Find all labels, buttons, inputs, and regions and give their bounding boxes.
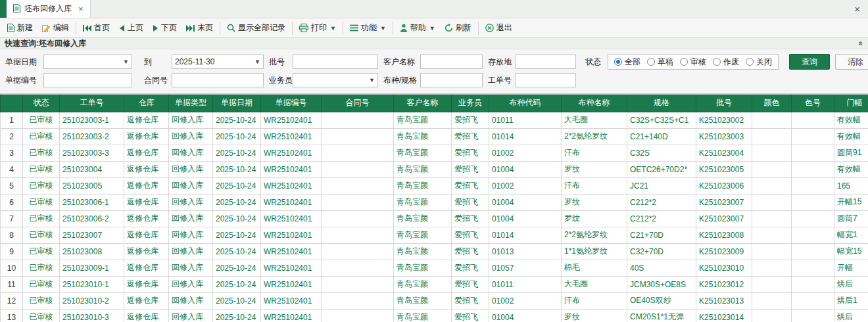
date-from-combo[interactable]: ▼ (43, 55, 132, 69)
new-button[interactable]: 新建 (3, 20, 37, 35)
column-header[interactable]: 业务员 (452, 95, 489, 112)
location-input[interactable] (516, 55, 576, 69)
column-header[interactable]: 门幅 (834, 95, 868, 112)
status-radio-审核[interactable]: 审核 (680, 57, 706, 68)
cell: 返修仓库 (124, 243, 169, 260)
fabric-spec-label: 布种/规格 (378, 75, 420, 86)
contract-input[interactable] (172, 73, 264, 87)
docno-input[interactable] (43, 73, 132, 87)
customer-input[interactable] (420, 55, 483, 69)
first-page-button[interactable]: 首页 (78, 20, 114, 35)
cell (322, 276, 394, 292)
table-row[interactable]: 6已审核251023006-1返修仓库回修入库2025-10-24WR25102… (1, 194, 868, 210)
location-label: 存放地 (483, 57, 516, 68)
cell: 返修仓库 (124, 194, 169, 210)
edit-button[interactable]: 编辑 (37, 20, 74, 35)
column-header[interactable]: 客户名称 (394, 95, 452, 112)
column-header[interactable]: 工单号 (60, 95, 124, 112)
table-row[interactable]: 7已审核251023006-2返修仓库回修入库2025-10-24WR25102… (1, 210, 868, 227)
column-header[interactable]: 色号 (792, 95, 834, 112)
functions-button[interactable]: 功能▼ (345, 20, 391, 35)
row-number: 2 (1, 128, 23, 145)
column-header[interactable]: 布种代码 (489, 95, 562, 112)
table-row[interactable]: 1已审核251023003-1返修仓库回修入库2025-10-24WR25102… (1, 112, 868, 128)
table-row[interactable]: 9已审核251023008返修仓库回修入库2025-10-24WR2510240… (1, 243, 868, 260)
table-row[interactable]: 3已审核251023003-3返修仓库回修入库2025-10-24WR25102… (1, 145, 868, 161)
table-row[interactable]: 2已审核251023003-2返修仓库回修入库2025-10-24WR25102… (1, 128, 868, 145)
column-header[interactable]: 规格 (627, 95, 696, 112)
cell: WR25102401 (261, 292, 322, 309)
cell: K251023010 (696, 260, 752, 276)
cell (752, 112, 792, 128)
table-row[interactable]: 4已审核251023004返修仓库回修入库2025-10-24WR2510240… (1, 161, 868, 177)
status-radio-作废[interactable]: 作废 (713, 57, 739, 68)
cell: K251023013 (696, 292, 752, 309)
cell: WR25102401 (261, 276, 322, 292)
column-header[interactable]: 单据编号 (261, 95, 322, 112)
date-to-combo[interactable]: 2025-11-30 ▼ (172, 55, 264, 69)
cell: 251023007 (60, 227, 124, 243)
tab-grey-fabric-repair-inbound[interactable]: 坯布回修入库 × (7, 0, 91, 18)
tab-close-icon[interactable]: × (78, 4, 84, 14)
exit-button[interactable]: 退出 (481, 20, 517, 35)
status-radio-全部[interactable]: 全部 (614, 57, 640, 68)
cell: K251023008 (696, 227, 752, 243)
table-row[interactable]: 13已审核251023010-3返修仓库回修入库2025-10-24WR2510… (1, 309, 868, 322)
cell: 01002 (489, 177, 562, 194)
fabric-spec-input[interactable] (420, 73, 483, 87)
last-page-button[interactable]: 末页 (181, 20, 218, 35)
table-row[interactable]: 8已审核251023007返修仓库回修入库2025-10-24WR2510240… (1, 227, 868, 243)
column-header[interactable]: 合同号 (322, 95, 394, 112)
column-header[interactable]: 颜色 (752, 95, 792, 112)
cell: 爱招飞 (452, 112, 489, 128)
next-page-button[interactable]: 下页 (148, 20, 181, 35)
column-header[interactable]: 仓库 (124, 95, 169, 112)
table-row[interactable]: 5已审核251023005返修仓库回修入库2025-10-24WR2510240… (1, 177, 868, 194)
column-header[interactable]: 状态 (23, 95, 60, 112)
prev-page-button[interactable]: 上页 (114, 20, 148, 35)
column-header[interactable] (1, 95, 23, 112)
query-button[interactable]: 查询 (789, 54, 830, 70)
cell (322, 210, 394, 227)
cell: 40S (627, 260, 696, 276)
status-radio-关闭[interactable]: 关闭 (746, 57, 772, 68)
table-row[interactable]: 11已审核251023010-1返修仓库回修入库2025-10-24WR2510… (1, 276, 868, 292)
exit-icon (485, 24, 494, 32)
salesman-combo[interactable]: ▼ (293, 73, 378, 87)
cell: 2*2氨纶罗纹 (562, 128, 627, 145)
status-radio-草稿[interactable]: 草稿 (647, 57, 673, 68)
batch-input[interactable] (293, 55, 378, 69)
column-header[interactable]: 批号 (696, 95, 752, 112)
column-header[interactable]: 布种名称 (562, 95, 627, 112)
chevron-down-icon: ▼ (123, 58, 129, 65)
cell: 251023006-1 (60, 194, 124, 210)
cell: K251023009 (696, 243, 752, 260)
prev-page-icon (119, 25, 125, 32)
chevron-down-icon: ▼ (254, 58, 260, 65)
column-header[interactable]: 单据类型 (169, 95, 213, 112)
toolbar-button-label: 打印 (311, 22, 327, 34)
toolbar-button-label: 新建 (17, 22, 33, 34)
cell (752, 161, 792, 177)
column-header[interactable]: 单据日期 (213, 95, 261, 112)
show-all-records-button[interactable]: 显示全部记录 (222, 20, 290, 35)
cell: 回修入库 (169, 227, 213, 243)
cell: 165 (834, 177, 868, 194)
window-close-icon[interactable]: × (846, 3, 868, 14)
workorder-input[interactable] (516, 73, 576, 87)
cell: 青岛宝颜 (394, 227, 452, 243)
table-row[interactable]: 10已审核251023009-1返修仓库回修入库2025-10-24WR2510… (1, 260, 868, 276)
cell: K251023003 (696, 128, 752, 145)
table-row[interactable]: 12已审核251023010-2返修仓库回修入库2025-10-24WR2510… (1, 292, 868, 309)
cell: 青岛宝颜 (394, 243, 452, 260)
help-button[interactable]: 帮助▼ (395, 20, 440, 35)
cell: 2025-10-24 (213, 292, 261, 309)
toolbar-button-label: 功能 (361, 22, 377, 34)
cell: WR25102401 (261, 309, 322, 322)
collapse-chevron-icon[interactable]: « (857, 41, 866, 46)
print-button[interactable]: 打印▼ (295, 20, 341, 35)
header-row: 状态工单号仓库单据类型单据日期单据编号合同号客户名称业务员布种代码布种名称规格批… (1, 95, 868, 112)
cell (752, 260, 792, 276)
refresh-button[interactable]: 刷新 (440, 20, 476, 35)
clear-button[interactable]: 清除 (835, 54, 868, 70)
